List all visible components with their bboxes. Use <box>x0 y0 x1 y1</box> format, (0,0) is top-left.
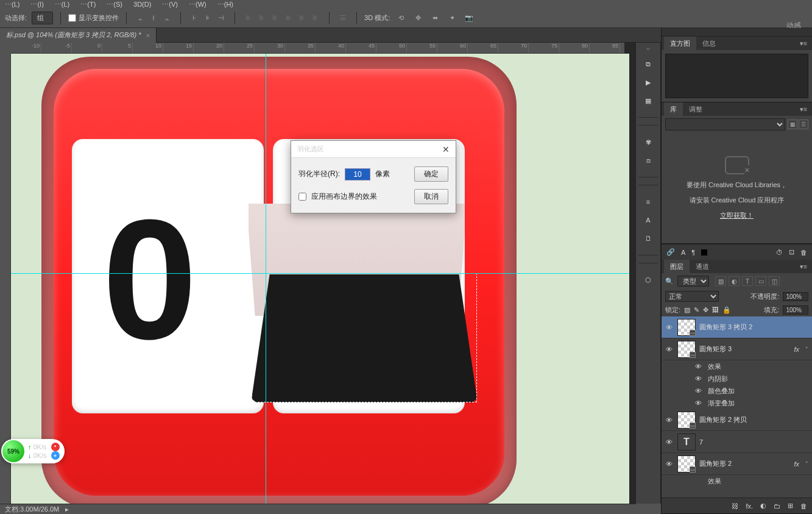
3d-slide-icon[interactable]: ⬌ <box>429 12 441 24</box>
tab-histogram[interactable]: 直方图 <box>664 37 696 51</box>
filter-adjust-icon[interactable]: ◐ <box>729 276 740 286</box>
layer-row[interactable]: 👁 T 7 <box>662 431 812 453</box>
fill-swatch[interactable] <box>701 249 707 255</box>
paragraph-icon[interactable]: ≡ <box>639 194 657 210</box>
document-tab[interactable]: 标.psd @ 104% (圆角矩形 3 拷贝 2, RGB/8) * × <box>0 28 157 43</box>
doc-size[interactable]: 文档:3.00M/26.0M <box>5 505 59 514</box>
layer-row[interactable]: 👁 ▭ 圆角矩形 2 拷贝 <box>662 409 812 431</box>
canvas-viewport[interactable]: -10-505101520253035404550556065707580859… <box>0 43 635 504</box>
align-left-icon[interactable]: ⊦ <box>188 12 200 24</box>
filter-shape-icon[interactable]: ▭ <box>755 276 766 286</box>
effect-inner-shadow[interactable]: 👁内阴影 <box>662 373 812 385</box>
layer-thumb[interactable]: ▭ <box>677 412 696 429</box>
layer-fx-icon[interactable]: fx. <box>746 502 753 510</box>
clone-icon[interactable]: ⧈ <box>639 152 657 168</box>
3d-light-icon[interactable]: ✦ <box>446 12 458 24</box>
visibility-icon[interactable]: 👁 <box>664 460 674 468</box>
guide-horizontal[interactable] <box>11 273 629 274</box>
lock-position-icon[interactable]: ✥ <box>703 306 708 314</box>
blend-mode-select[interactable]: 正常 <box>665 291 719 302</box>
tab-layers[interactable]: 图层 <box>664 260 690 274</box>
filter-text-icon[interactable]: T <box>742 276 753 286</box>
effects-header[interactable]: 👁效果 <box>662 360 812 373</box>
cancel-button[interactable]: 取消 <box>414 189 448 204</box>
effect-gradient-overlay[interactable]: 👁渐变叠加 <box>662 397 812 409</box>
visibility-icon[interactable]: 👁 <box>664 324 674 331</box>
align-hcenter-icon[interactable]: ⊧ <box>202 12 214 24</box>
panel-menu-icon[interactable]: ▾≡ <box>795 105 812 113</box>
actions-icon[interactable]: ▶ <box>639 74 657 90</box>
filter-type-select[interactable]: 类型 <box>677 276 709 287</box>
link-icon[interactable]: 🔗 <box>666 248 675 256</box>
library-select[interactable] <box>665 118 785 130</box>
glyphs-icon[interactable]: 🗋 <box>639 230 657 246</box>
align-top-icon[interactable]: ⫠ <box>134 12 146 24</box>
lock-brush-icon[interactable]: ✎ <box>694 306 699 314</box>
layer-mask-icon[interactable]: ◐ <box>760 502 766 510</box>
menu-item[interactable]: ⋯(L) <box>5 1 19 9</box>
panel-menu-icon[interactable]: ▾≡ <box>795 40 812 48</box>
close-icon[interactable]: ✕ <box>442 145 450 154</box>
opacity-field[interactable]: 100% <box>783 292 808 301</box>
history-icon[interactable]: ⧉ <box>639 56 657 72</box>
brushes-icon[interactable]: ✾ <box>639 134 657 150</box>
link-layers-icon[interactable]: ⛓ <box>732 502 738 510</box>
layer-row[interactable]: 👁 ▭ 圆角矩形 2 fx˅ <box>662 453 812 475</box>
ruler-origin[interactable] <box>0 43 11 54</box>
ruler-horizontal[interactable]: -10-505101520253035404550556065707580859… <box>11 43 624 54</box>
radius-input[interactable] <box>345 168 370 180</box>
para-icon[interactable]: ¶ <box>691 249 695 256</box>
status-arrow-icon[interactable]: ▸ <box>65 505 69 513</box>
fx-badge[interactable]: fx <box>794 346 799 353</box>
ruler-vertical[interactable] <box>0 54 11 504</box>
show-transform-checkbox[interactable]: 显示变换控件 <box>68 13 119 23</box>
3d-orbit-icon[interactable]: ⟲ <box>395 12 407 24</box>
expand-arrow-icon[interactable]: ›› <box>636 46 660 54</box>
effect-color-overlay[interactable]: 👁颜色叠加 <box>662 385 812 397</box>
stopwatch-icon[interactable]: ⏱ <box>776 249 783 256</box>
filter-pixel-icon[interactable]: ▧ <box>715 276 726 286</box>
speed-widget[interactable]: 59% ↑0K/s• ↓0K/s+ <box>1 439 65 463</box>
tab-library[interactable]: 库 <box>664 102 683 116</box>
panel-menu-icon[interactable]: ▾≡ <box>795 263 812 271</box>
new-layer-icon[interactable]: ⊞ <box>788 502 793 510</box>
text-layer-thumb[interactable]: T <box>677 434 696 451</box>
lock-artboard-icon[interactable]: 🖽 <box>712 306 719 314</box>
layer-thumb[interactable]: ▭ <box>677 319 696 336</box>
3d-camera-icon[interactable]: 📷 <box>463 12 475 24</box>
tab-channels[interactable]: 通道 <box>690 260 715 274</box>
fx-badge[interactable]: fx <box>794 460 799 468</box>
layer-row[interactable]: 👁 ▭ 圆角矩形 3 拷贝 2 <box>662 316 812 338</box>
effects-header[interactable]: 效果 <box>662 475 812 487</box>
list-view-icon[interactable]: ☰ <box>799 120 808 129</box>
close-icon[interactable]: × <box>146 32 149 39</box>
menu-bar[interactable]: ⋯(L) ⋯(I)⋯(L)⋯(T)⋯(S) 3D(D) ⋯(V)⋯(W)⋯(H) <box>0 0 812 9</box>
guide-vertical[interactable] <box>266 54 266 504</box>
grid-view-icon[interactable]: ▦ <box>788 120 797 129</box>
trash-icon[interactable]: 🗑 <box>800 249 807 256</box>
group-select[interactable]: 组 <box>32 12 53 24</box>
align-right-icon[interactable]: ⊣ <box>215 12 227 24</box>
ok-button[interactable]: 确定 <box>414 166 448 182</box>
layers-list[interactable]: 👁 ▭ 圆角矩形 3 拷贝 2 👁 ▭ 圆角矩形 3 fx˅ 👁效果 👁内阴影 … <box>662 316 812 498</box>
get-now-link[interactable]: 立即获取！ <box>720 211 754 220</box>
char-icon[interactable]: A <box>681 249 685 256</box>
layer-row[interactable]: 👁 ▭ 圆角矩形 3 fx˅ <box>662 338 812 360</box>
lock-pixels-icon[interactable]: ▨ <box>684 306 690 314</box>
character-icon[interactable]: A <box>639 212 657 228</box>
filter-smart-icon[interactable]: ◫ <box>769 276 780 286</box>
fill-field[interactable]: 100% <box>783 305 808 315</box>
3d-icon[interactable]: ⬡ <box>639 272 657 288</box>
visibility-icon[interactable]: 👁 <box>664 438 674 446</box>
canvas-bounds-checkbox[interactable] <box>298 193 306 201</box>
dialog-titlebar[interactable]: 羽化选区 ✕ <box>291 141 456 158</box>
tab-adjust[interactable]: 调整 <box>683 102 708 116</box>
tab-info[interactable]: 信息 <box>696 37 722 51</box>
new-group-icon[interactable]: 🗀 <box>774 502 780 510</box>
layer-thumb[interactable]: ▭ <box>677 455 696 473</box>
3d-pan-icon[interactable]: ✥ <box>412 12 424 24</box>
swatches-icon[interactable]: ▦ <box>639 93 657 109</box>
delete-layer-icon[interactable]: 🗑 <box>800 502 807 510</box>
canvas[interactable]: 0 <box>11 54 629 504</box>
align-vcenter-icon[interactable]: ⫲ <box>147 12 160 24</box>
